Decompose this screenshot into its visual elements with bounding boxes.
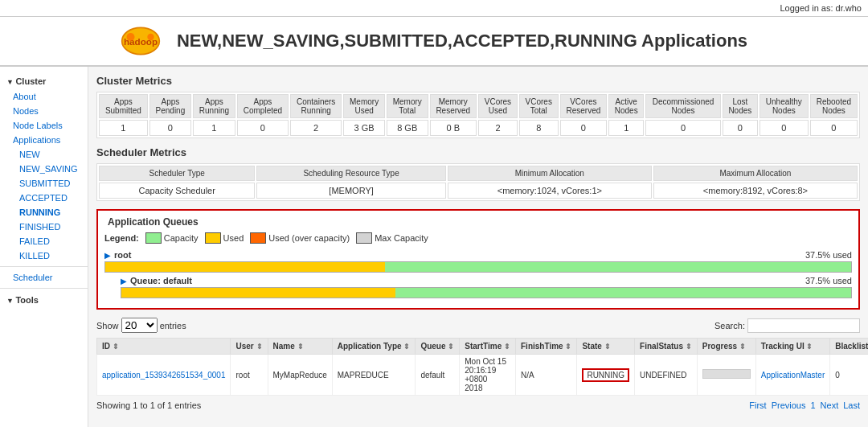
- col-memory-used: MemoryUsed: [343, 94, 385, 118]
- legend-item-over-capacity: Used (over capacity): [250, 232, 350, 244]
- queue-default-expand[interactable]: ▶: [121, 277, 127, 285]
- val-vcores-reserved: 0: [560, 120, 608, 136]
- col-finish-time[interactable]: FinishTime ⇕: [516, 339, 577, 355]
- sidebar-item-applications[interactable]: Applications: [0, 133, 88, 147]
- sidebar: Cluster About Nodes Node Labels Applicat…: [0, 67, 88, 427]
- col-unhealthy-nodes: UnhealthyNodes: [760, 94, 809, 118]
- cluster-metrics-row: 1 0 1 0 2 3 GB 8 GB 0 B 2 8 0 1 0 0 0 0: [99, 120, 858, 136]
- logo: hadoop: [121, 25, 161, 57]
- col-apps-submitted: AppsSubmitted: [99, 94, 148, 118]
- val-active-nodes: 1: [608, 120, 644, 136]
- tools-section-title[interactable]: Tools: [0, 292, 88, 308]
- val-vcores-total: 8: [519, 120, 559, 136]
- col-vcores-reserved: VCoresReserved: [560, 94, 608, 118]
- app-id-link[interactable]: application_1539342651534_0001: [102, 371, 225, 380]
- sidebar-item-scheduler[interactable]: Scheduler: [0, 270, 88, 285]
- cell-app-type: MAPREDUCE: [332, 355, 416, 396]
- page-previous[interactable]: Previous: [772, 400, 806, 410]
- sidebar-divider-2: [0, 288, 88, 289]
- val-rebooted-nodes: 0: [810, 120, 858, 136]
- col-id[interactable]: ID ⇕: [97, 339, 231, 355]
- queue-default-used-bar: [121, 288, 395, 298]
- queue-root-bar: [104, 261, 852, 273]
- queue-default-usage: 37.5% used: [805, 276, 852, 285]
- sidebar-item-killed[interactable]: KILLED: [0, 248, 88, 263]
- progress-bar: [702, 369, 751, 379]
- legend-text-over-capacity: Used (over capacity): [268, 233, 350, 243]
- page-last[interactable]: Last: [843, 400, 860, 410]
- col-vcores-used: VCoresUsed: [478, 94, 518, 118]
- sort-state-icon: ⇕: [604, 343, 611, 351]
- sidebar-item-new-saving[interactable]: NEW_SAVING: [0, 162, 88, 176]
- sidebar-item-failed[interactable]: FAILED: [0, 234, 88, 248]
- sort-user-icon: ⇕: [256, 343, 263, 351]
- col-lost-nodes: LostNodes: [723, 94, 758, 118]
- col-final-status[interactable]: FinalStatus ⇕: [635, 339, 698, 355]
- col-tracking-ui[interactable]: Tracking UI ⇕: [755, 339, 829, 355]
- col-progress[interactable]: Progress ⇕: [697, 339, 755, 355]
- legend-item-max-capacity: Max Capacity: [356, 232, 428, 244]
- col-decommissioned-nodes: DecommissionedNodes: [645, 94, 720, 118]
- sidebar-item-new[interactable]: NEW: [0, 147, 88, 162]
- legend-label: Legend:: [104, 233, 139, 243]
- col-blacklisted[interactable]: Blacklisted Nodes ⇕: [830, 339, 868, 355]
- show-label: Show: [96, 321, 121, 331]
- col-app-type[interactable]: Application Type ⇕: [332, 339, 416, 355]
- legend-box-capacity: [145, 232, 162, 244]
- sort-finish-icon: ⇕: [565, 343, 571, 351]
- page-next[interactable]: Next: [821, 400, 839, 410]
- queue-root-used-bar: [105, 262, 385, 272]
- col-containers-running: ContainersRunning: [290, 94, 342, 118]
- queue-default-header: ▶ Queue: default 37.5% used: [121, 276, 852, 285]
- cell-final-status: UNDEFINED: [635, 355, 698, 396]
- page-title: NEW,NEW_SAVING,SUBMITTED,ACCEPTED,RUNNIN…: [177, 31, 747, 51]
- sidebar-item-node-labels[interactable]: Node Labels: [0, 118, 88, 133]
- showing-text: Showing 1 to 1 of 1 entries: [96, 400, 201, 410]
- col-queue[interactable]: Queue ⇕: [416, 339, 460, 355]
- sidebar-item-accepted[interactable]: ACCEPTED: [0, 191, 88, 205]
- col-active-nodes: ActiveNodes: [608, 94, 644, 118]
- sch-val-resource-type: [MEMORY]: [256, 183, 445, 199]
- cell-finish-time: N/A: [516, 355, 577, 396]
- page-header: hadoop NEW,NEW_SAVING,SUBMITTED,ACCEPTED…: [0, 17, 868, 67]
- sort-app-type-icon: ⇕: [403, 343, 410, 351]
- val-memory-reserved: 0 B: [430, 120, 477, 136]
- pagination: Showing 1 to 1 of 1 entries First Previo…: [96, 400, 860, 410]
- col-vcores-total: VCoresTotal: [519, 94, 559, 118]
- col-name[interactable]: Name ⇕: [268, 339, 332, 355]
- sidebar-item-nodes[interactable]: Nodes: [0, 104, 88, 118]
- val-unhealthy-nodes: 0: [760, 120, 809, 136]
- login-text: Logged in as: dr.who: [780, 3, 862, 13]
- cluster-section-title[interactable]: Cluster: [0, 73, 88, 89]
- legend-box-used: [205, 232, 221, 244]
- col-start-time[interactable]: StartTime ⇕: [460, 339, 516, 355]
- sch-col-type: Scheduler Type: [99, 166, 255, 181]
- sort-progress-icon: ⇕: [739, 343, 746, 351]
- cluster-metrics-table: AppsSubmitted AppsPending AppsRunning Ap…: [96, 92, 860, 138]
- col-apps-completed: AppsCompleted: [237, 94, 289, 118]
- cell-id: application_1539342651534_0001: [97, 355, 231, 396]
- entries-label: entries: [158, 321, 186, 331]
- search-input[interactable]: [747, 318, 860, 333]
- sidebar-item-about[interactable]: About: [0, 89, 88, 104]
- applications-table: ID ⇕ User ⇕ Name ⇕ Application Type ⇕ Qu…: [96, 338, 868, 396]
- val-decommissioned-nodes: 0: [645, 120, 720, 136]
- col-user[interactable]: User ⇕: [231, 339, 268, 355]
- sch-val-type: Capacity Scheduler: [99, 183, 255, 199]
- legend-box-max-capacity: [356, 232, 372, 244]
- queue-default-name: Queue: default: [130, 276, 192, 285]
- entries-select[interactable]: 10 20 25 50 100: [121, 318, 158, 333]
- page-first[interactable]: First: [749, 400, 766, 410]
- queue-root-expand[interactable]: ▶: [104, 251, 111, 260]
- cell-name: MyMapReduce: [268, 355, 332, 396]
- sidebar-item-running[interactable]: RUNNING: [0, 205, 88, 220]
- sidebar-item-finished[interactable]: FINISHED: [0, 220, 88, 234]
- legend-item-used: Used: [205, 232, 244, 244]
- tracking-ui-link[interactable]: ApplicationMaster: [761, 371, 825, 380]
- app-queues-title-label: Application Queues: [104, 216, 202, 228]
- queue-root-usage: 37.5% used: [805, 250, 852, 260]
- col-rebooted-nodes: RebootedNodes: [810, 94, 858, 118]
- sidebar-item-submitted[interactable]: SUBMITTED: [0, 176, 88, 191]
- page-1[interactable]: 1: [810, 400, 815, 410]
- col-state[interactable]: State ⇕: [577, 339, 635, 355]
